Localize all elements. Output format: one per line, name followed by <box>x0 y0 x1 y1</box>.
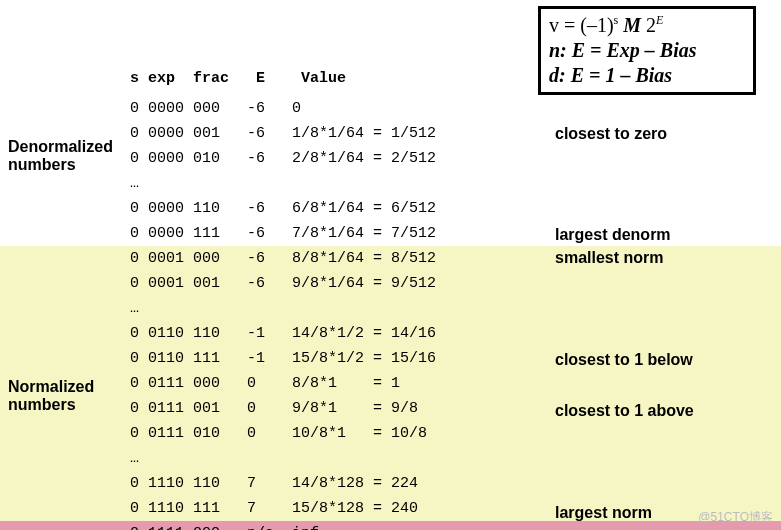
table-row: 0 0111 010 0 10/8*1 = 10/8 <box>0 421 781 446</box>
label-denorm-b: numbers <box>8 156 123 174</box>
table-row: … <box>0 446 781 471</box>
formula-line-1: v = (–1)s M 2E <box>549 13 745 38</box>
table-row: 0 0000 000 -6 0 <box>0 96 781 121</box>
row-cells: 0 0001 000 -6 8/8*1/64 = 8/512 <box>130 246 436 271</box>
note-smallest-norm: smallest norm <box>555 249 663 267</box>
table-row: 0 1110 111 7 15/8*128 = 240 <box>0 496 781 521</box>
row-cells: 0 0111 010 0 10/8*1 = 10/8 <box>130 421 427 446</box>
note-largest-denorm: largest denorm <box>555 226 671 244</box>
table-row: 0 0001 000 -6 8/8*1/64 = 8/512 <box>0 246 781 271</box>
row-cells: 0 0110 111 -1 15/8*1/2 = 15/16 <box>130 346 436 371</box>
table-row: … <box>0 296 781 321</box>
note-closest-above: closest to 1 above <box>555 402 694 420</box>
row-cells: 0 0000 111 -6 7/8*1/64 = 7/512 <box>130 221 436 246</box>
formula-line-2: n: E = Exp – Bias <box>549 38 745 63</box>
note-closest-below: closest to 1 below <box>555 351 693 369</box>
row-cells: … <box>130 171 139 196</box>
row-cells: 0 1111 000 n/a inf <box>130 521 319 530</box>
formula-2: 2 <box>646 14 656 36</box>
row-cells: 0 0111 000 0 8/8*1 = 1 <box>130 371 400 396</box>
row-cells: 0 0001 001 -6 9/8*1/64 = 9/512 <box>130 271 436 296</box>
formula-sup-E: E <box>656 13 663 27</box>
table-row: 0 0110 110 -1 14/8*1/2 = 14/16 <box>0 321 781 346</box>
row-cells: … <box>130 296 139 321</box>
row-cells: 0 0110 110 -1 14/8*1/2 = 14/16 <box>130 321 436 346</box>
formula-box: v = (–1)s M 2E n: E = Exp – Bias d: E = … <box>538 6 756 95</box>
row-cells: 0 1110 111 7 15/8*128 = 240 <box>130 496 418 521</box>
row-cells: 0 1110 110 7 14/8*128 = 224 <box>130 471 418 496</box>
note-closest-zero: closest to zero <box>555 125 667 143</box>
row-cells: 0 0000 000 -6 0 <box>130 96 301 121</box>
row-cells: 0 0000 010 -6 2/8*1/64 = 2/512 <box>130 146 436 171</box>
table-row: 0 0000 110 -6 6/8*1/64 = 6/512 <box>0 196 781 221</box>
label-norm-a: Normalized <box>8 378 123 396</box>
label-norm-b: numbers <box>8 396 123 414</box>
row-cells: 0 0000 110 -6 6/8*1/64 = 6/512 <box>130 196 436 221</box>
table-row: 0 0001 001 -6 9/8*1/64 = 9/512 <box>0 271 781 296</box>
row-cells: 0 0000 001 -6 1/8*1/64 = 1/512 <box>130 121 436 146</box>
table-row: 0 1111 000 n/a inf <box>0 521 781 530</box>
row-cells: … <box>130 446 139 471</box>
table-header: s exp frac E Value <box>130 70 346 87</box>
note-largest-norm: largest norm <box>555 504 652 522</box>
formula-M: M <box>618 14 646 36</box>
label-denorm-a: Denormalized <box>8 138 123 156</box>
formula-v: v = (–1) <box>549 14 614 36</box>
table-row: 0 1110 110 7 14/8*128 = 224 <box>0 471 781 496</box>
table-row: … <box>0 171 781 196</box>
watermark: @51CTO博客 <box>698 509 773 526</box>
row-cells: 0 0111 001 0 9/8*1 = 9/8 <box>130 396 418 421</box>
formula-line-3: d: E = 1 – Bias <box>549 63 745 88</box>
